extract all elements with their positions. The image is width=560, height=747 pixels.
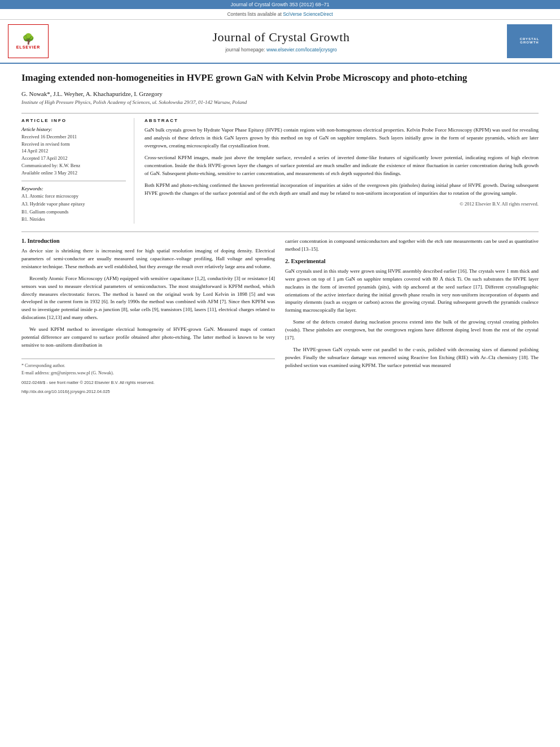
abstract-col: ABSTRACT GaN bulk crystals grown by Hydr… [145, 118, 539, 224]
elsevier-tree-icon: 🌳 [22, 34, 34, 44]
body-col-left: 1. Introduction As device size is shrink… [21, 238, 275, 395]
corresponding-author: * Corresponding author. [21, 362, 275, 370]
header-top: Contents lists available at SciVerse Sci… [0, 9, 560, 20]
divider-info [21, 181, 126, 181]
section2-text: GaN crystals used in this study were gro… [285, 268, 539, 370]
article-history: Article history: Received 16 December 20… [21, 126, 126, 177]
keywords-list: A1. Atomic force microscopy A3. Hydride … [21, 193, 126, 223]
keywords-label: Keywords: [21, 186, 126, 191]
article-info-abstract: ARTICLE INFO Article history: Received 1… [21, 118, 539, 224]
keyword-4: B1. Nitrides [21, 216, 126, 224]
doi-line: http://dx.doi.org/10.1016/j.jcrysgro.201… [21, 388, 275, 395]
abstract-para-3: Both KPFM and photo-etching confirmed th… [145, 182, 539, 198]
abstract-label: ABSTRACT [145, 118, 539, 123]
abstract-text: GaN bulk crystals grown by Hydrate Vapor… [145, 126, 539, 198]
received-revised-date: 14 April 2012 [21, 147, 126, 155]
article-content: Imaging extended non-homogeneities in HV… [0, 64, 560, 403]
communicated: Communicated by: K.W. Benz [21, 162, 126, 169]
journal-homepage: journal homepage: www.elsevier.com/locat… [55, 47, 507, 53]
divider-1 [21, 113, 539, 113]
section1-heading: 1. Introduction [21, 238, 275, 244]
keyword-1: A1. Atomic force microscopy [21, 193, 126, 200]
accepted-date: Accepted 17 April 2012 [21, 155, 126, 162]
header-area: Contents lists available at SciVerse Sci… [0, 9, 560, 64]
journal-title-center: Journal of Crystal Growth journal homepa… [55, 30, 507, 53]
journal-top-bar: Journal of Crystal Growth 353 (2012) 68–… [0, 0, 560, 9]
intro-para-1: As device size is shrinking there is inc… [21, 247, 275, 271]
homepage-link[interactable]: www.elsevier.com/locate/jcrysgro [266, 47, 337, 53]
crystal-growth-logo: CRYSTALGROWTH [507, 24, 552, 58]
abstract-para-2: Cross-sectional KPFM images, made just a… [145, 154, 539, 178]
body-two-col: 1. Introduction As device size is shrink… [21, 238, 539, 395]
footnote-area: * Corresponding author. E-mail address: … [21, 359, 275, 395]
section2-intro-para: carrier concentration in compound semico… [285, 238, 539, 254]
section2-heading: 2. Experimental [285, 258, 539, 264]
issn-line: 0022-0248/$ - see front matter © 2012 El… [21, 379, 275, 386]
elsevier-name: ELSEVIER [16, 45, 41, 49]
header-main: 🌳 ELSEVIER Journal of Crystal Growth jou… [0, 20, 560, 63]
experimental-para-3: The HVPE-grown GaN crystals were cut par… [285, 346, 539, 370]
intro-para-2: Recently Atomic Force Microscopy (AFM) e… [21, 275, 275, 322]
email-address: E-mail address: grn@unipress.waw.pl (G. … [21, 370, 275, 377]
abstract-para-1: GaN bulk crystals grown by Hydrate Vapor… [145, 126, 539, 150]
crystal-growth-logo-text: CRYSTALGROWTH [520, 37, 540, 44]
intro-para-3: We used KPFM method to investigate elect… [21, 326, 275, 350]
journal-citation: Journal of Crystal Growth 353 (2012) 68–… [230, 2, 329, 7]
experimental-para-1: GaN crystals used in this study were gro… [285, 268, 539, 315]
affiliation: Institute of High Pressure Physics, Poli… [21, 99, 539, 105]
article-title: Imaging extended non-homogeneities in HV… [21, 72, 539, 85]
section1-text: As device size is shrinking there is inc… [21, 247, 275, 350]
body-col-right: carrier concentration in compound semico… [285, 238, 539, 395]
section2-intro: carrier concentration in compound semico… [285, 238, 539, 254]
divider-2 [21, 231, 539, 232]
elsevier-logo: 🌳 ELSEVIER [8, 24, 49, 58]
journal-title: Journal of Crystal Growth [55, 30, 507, 45]
keywords-section: Keywords: A1. Atomic force microscopy A3… [21, 186, 126, 223]
article-info-label: ARTICLE INFO [21, 118, 126, 123]
contents-text: Contents lists available at [227, 11, 281, 17]
copyright: © 2012 Elsevier B.V. All rights reserved… [145, 201, 539, 207]
available-online: Available online 3 May 2012 [21, 169, 126, 177]
history-label: Article history: [21, 126, 126, 132]
experimental-para-2: Some of the defects created during nucle… [285, 318, 539, 342]
authors: G. Nowak*, J.L. Weyher, A. Khachapuridze… [21, 90, 539, 97]
keyword-3: B1. Gallium compounds [21, 208, 126, 216]
article-info-col: ARTICLE INFO Article history: Received 1… [21, 118, 134, 224]
received-date: Received 16 December 2011 [21, 133, 126, 141]
sciverse-link[interactable]: SciVerse ScienceDirect [283, 11, 333, 17]
received-revised-label: Received in revised form [21, 141, 126, 148]
keyword-2: A3. Hydride vapor phase epitaxy [21, 200, 126, 208]
